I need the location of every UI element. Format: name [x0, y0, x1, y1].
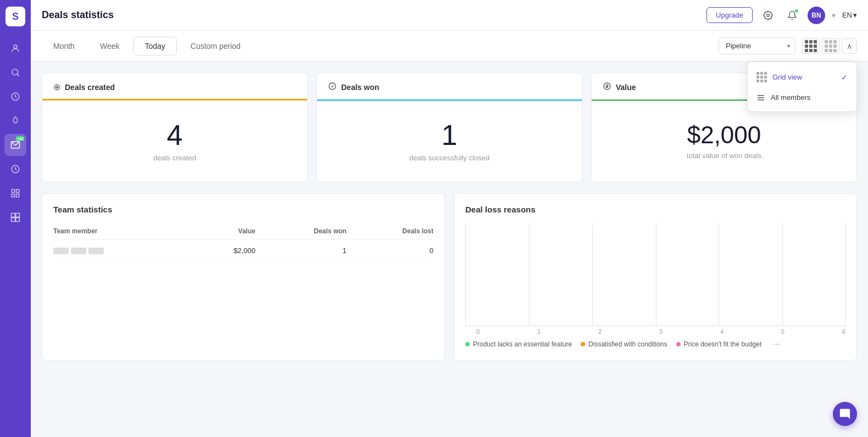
sidebar-item-dashboard[interactable] [4, 206, 26, 228]
deals-won-label: deals successfully closed [409, 154, 489, 162]
legend-label-2: Price doesn't fit the budget [684, 340, 762, 348]
pipeline-wrapper: Pipeline All pipelines ▾ [719, 37, 795, 54]
value-icon [603, 82, 611, 93]
stat-card-body-deals-won: 1 deals successfully closed [317, 101, 582, 182]
col-deals-lost: Deals lost [347, 223, 433, 240]
stats-row: ⊕ Deals created 4 deals created Deals wo… [42, 72, 857, 182]
sidebar: S +AI [0, 0, 31, 437]
table-row: $2,000 1 0 [53, 240, 433, 262]
dropdown-item-all-members[interactable]: All members [748, 88, 856, 107]
dropdown-item-grid[interactable]: Grid view ✓ [748, 66, 856, 88]
svg-rect-6 [16, 189, 19, 192]
col-deals-won: Deals won [255, 223, 347, 240]
settings-icon[interactable] [759, 7, 777, 24]
grid-line-3 [656, 223, 656, 326]
value-amount: $2,000 [687, 123, 761, 147]
legend-dot-0 [465, 342, 470, 346]
notification-badge [794, 9, 799, 13]
member-name [53, 240, 194, 262]
stat-card-body-value: $2,000 total value of won deals [592, 101, 856, 182]
member-value: $2,000 [194, 240, 255, 262]
stat-card-header-deals-won: Deals won [317, 73, 582, 101]
upgrade-button[interactable]: Upgrade [706, 7, 753, 23]
chat-button[interactable] [833, 402, 857, 426]
svg-rect-5 [12, 189, 14, 192]
period-bar: Month Week Today Custom period Pipeline … [31, 31, 868, 61]
deal-loss-card: Deal loss reasons 0 1 2 3 [454, 193, 857, 361]
chart-x-labels: 0 1 2 3 4 5 6 [465, 328, 845, 335]
sidebar-item-fire[interactable] [4, 110, 26, 132]
member-avatar-3 [88, 248, 104, 254]
sidebar-item-deals[interactable] [4, 158, 26, 180]
deals-created-value: 4 [167, 121, 183, 149]
legend-label-0: Product lacks an essential feature [473, 340, 572, 348]
legend-item-1: Dissatisfied with conditions [581, 339, 667, 349]
topbar: Deals statistics Upgrade BN ▾ EN ▾ [31, 0, 868, 31]
legend-item-0: Product lacks an essential feature [465, 339, 572, 349]
language-selector[interactable]: EN ▾ [842, 11, 857, 19]
team-table: Team member Value Deals won Deals lost [53, 223, 433, 262]
stat-card-deals-won: Deals won 1 deals successfully closed [316, 72, 582, 182]
view-dropdown: Grid view ✓ All members [747, 61, 857, 112]
member-avatar-1 [53, 248, 69, 254]
dropdown-grid-label: Grid view [772, 73, 802, 81]
sidebar-item-activity[interactable] [4, 86, 26, 108]
sidebar-item-contacts[interactable] [4, 37, 26, 59]
content-area: ⊕ Deals created 4 deals created Deals wo… [31, 61, 868, 437]
legend-item-2: Price doesn't fit the budget [676, 339, 762, 349]
legend-dot-1 [581, 342, 585, 346]
svg-rect-8 [16, 194, 19, 197]
svg-rect-11 [12, 218, 15, 222]
sidebar-item-search[interactable] [4, 61, 26, 83]
notifications-icon[interactable] [783, 7, 801, 24]
sidebar-item-email[interactable]: +AI [4, 134, 26, 156]
legend-more-button[interactable]: ··· [772, 339, 780, 349]
lang-caret: ▾ [853, 11, 857, 19]
deals-created-icon: ⊕ [53, 82, 60, 92]
grid-line-2 [592, 223, 593, 326]
chart-area: 0 1 2 3 4 5 6 Product lacks an essential… [465, 223, 845, 349]
bottom-row: Team statistics Team member Value Deals … [42, 193, 857, 361]
col-team-member: Team member [53, 223, 194, 240]
grid-line-4 [719, 223, 719, 326]
legend-label-1: Dissatisfied with conditions [588, 340, 667, 348]
grid-line-5 [782, 223, 783, 326]
app-logo[interactable]: S [5, 7, 25, 26]
legend-dot-2 [676, 342, 681, 346]
grid-view-button[interactable] [802, 38, 820, 54]
deals-created-label: deals created [153, 154, 196, 162]
stat-card-body-deals-created: 4 deals created [42, 100, 307, 182]
tab-week[interactable]: Week [88, 37, 131, 55]
team-statistics-card: Team statistics Team member Value Deals … [42, 193, 445, 361]
stat-card-deals-created: ⊕ Deals created 4 deals created [42, 72, 308, 182]
member-won: 1 [255, 240, 347, 262]
view-toggle: ∧ [802, 38, 857, 54]
check-icon: ✓ [841, 73, 848, 82]
main-content: Deals statistics Upgrade BN ▾ EN ▾ Month… [31, 0, 868, 437]
stat-card-header-deals-created: ⊕ Deals created [42, 73, 307, 100]
col-value: Value [194, 223, 255, 240]
svg-rect-9 [12, 214, 15, 217]
grid-line-6 [845, 223, 846, 326]
value-title: Value [616, 83, 636, 92]
chart-legend: Product lacks an essential feature Dissa… [465, 339, 845, 349]
member-lost: 0 [347, 240, 433, 262]
svg-rect-10 [16, 214, 20, 217]
deals-won-icon [328, 82, 337, 93]
sidebar-item-plugins[interactable] [4, 182, 26, 204]
deals-won-title: Deals won [341, 83, 379, 92]
pipeline-select[interactable]: Pipeline All pipelines [719, 37, 795, 54]
team-stats-title: Team statistics [53, 205, 433, 214]
grid-line-1 [529, 223, 530, 326]
list-view-button[interactable] [822, 38, 839, 54]
tab-today[interactable]: Today [133, 37, 176, 55]
avatar[interactable]: BN [808, 7, 825, 24]
deals-created-title: Deals created [65, 83, 115, 92]
svg-rect-7 [12, 194, 14, 197]
collapse-button[interactable]: ∧ [842, 38, 857, 54]
deals-won-value: 1 [442, 121, 458, 149]
tab-month[interactable]: Month [42, 37, 86, 55]
svg-point-13 [767, 14, 770, 16]
svg-point-1 [12, 69, 18, 75]
tab-custom[interactable]: Custom period [179, 37, 252, 55]
